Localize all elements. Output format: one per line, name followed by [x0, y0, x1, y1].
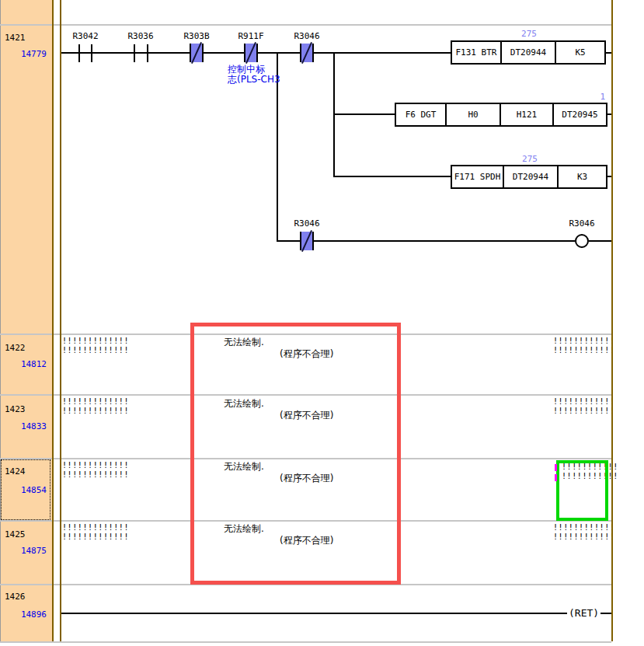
function-block-F171[interactable]: F171 SPDH DT20944 K3 — [451, 165, 607, 189]
exclamation-marks: !!!!!!!!!!!! !!!!!!!!!!!! — [553, 523, 614, 542]
execution-count-badge: 1 — [557, 92, 605, 102]
block-cell[interactable]: F6 DGT — [396, 104, 447, 125]
block-cell[interactable]: H0 — [447, 104, 501, 125]
step-number-14896: 14896 — [0, 609, 47, 620]
ret-coil[interactable]: (RET) — [567, 607, 600, 619]
error-annotation-box — [190, 323, 401, 585]
contact-bar — [91, 44, 92, 62]
wire — [606, 52, 611, 54]
nc-slash-icon — [191, 42, 202, 64]
nc-contact-R3046[interactable] — [300, 44, 314, 62]
block-cell[interactable]: K5 — [556, 42, 604, 63]
nc-contact-R303B[interactable] — [190, 44, 204, 62]
selected-rung-outline — [1, 459, 50, 520]
execution-count-badge: 275 — [503, 154, 557, 164]
comment-line2: 志(PLS-CH3 — [228, 74, 280, 85]
nc-slash-icon — [245, 42, 256, 64]
exclamation-marks: !!!!!!!!!!!!! !!!!!!!!!!!!! — [62, 397, 129, 416]
right-power-rail — [611, 0, 613, 641]
comment-line1: 控制中标 — [228, 64, 265, 75]
nc-slash-icon — [301, 230, 312, 252]
block-cell[interactable]: DT20944 — [504, 166, 559, 187]
cursor-tick — [555, 464, 557, 471]
contact-label: R3042 — [64, 31, 107, 41]
wire — [277, 240, 575, 242]
function-block-F131[interactable]: F131 BTR DT20944 K5 — [451, 40, 606, 65]
step-number-14779: 14779 — [0, 49, 47, 59]
block-cell[interactable]: DT20944 — [502, 42, 556, 63]
exclamation-marks: !!!!!!!!!!!!! !!!!!!!!!!!!! — [62, 337, 129, 355]
exclamation-marks: !!!!!!!!!!!! !!!!!!!!!!!! — [553, 397, 614, 416]
nc-contact-R911F[interactable] — [244, 44, 258, 62]
execution-count-badge: 275 — [502, 29, 556, 39]
rung-number-1423[interactable]: 1423 — [5, 404, 26, 414]
step-number-14875: 14875 — [0, 546, 47, 556]
sidebar-border-rail — [52, 0, 54, 641]
wire — [334, 176, 451, 177]
step-number-14812: 14812 — [0, 359, 47, 369]
block-cell[interactable]: DT20945 — [554, 104, 606, 125]
nc-slash-icon — [301, 42, 312, 64]
rung-number-1425[interactable]: 1425 — [5, 529, 26, 539]
contact-label: R3036 — [119, 31, 162, 41]
step-number-14833: 14833 — [0, 421, 47, 431]
block-cell[interactable]: F131 BTR — [452, 42, 502, 63]
rung-number-1422[interactable]: 1422 — [5, 343, 26, 353]
block-cell[interactable]: K3 — [559, 166, 606, 187]
contact-bar — [147, 44, 148, 62]
rung-number-1421[interactable]: 1421 — [5, 33, 26, 43]
block-cell[interactable]: H121 — [501, 104, 554, 125]
cursor-tick — [555, 474, 557, 481]
contact-label: R3046 — [285, 31, 329, 41]
contact-label: R911F — [229, 31, 273, 41]
wire — [334, 113, 395, 115]
contact-label: R3046 — [285, 218, 329, 229]
wire — [589, 240, 611, 242]
exclamation-marks: !!!!!!!!!!!! !!!!!!!!!!!! — [553, 337, 614, 355]
nc-contact-R3046-branch[interactable] — [300, 232, 314, 250]
output-coil-R3046[interactable] — [575, 234, 589, 248]
contact-bar — [78, 44, 80, 62]
wire — [61, 613, 571, 614]
highlight-selection-box — [556, 460, 608, 521]
rung-number-1426[interactable]: 1426 — [5, 592, 26, 602]
contact-label: R303B — [175, 31, 218, 41]
contact-comment: 控制中标志(PLS-CH3 — [228, 65, 280, 85]
function-block-F6[interactable]: F6 DGT H0 H121 DT20945 — [395, 103, 607, 127]
row-separator — [0, 24, 611, 26]
exclamation-marks: !!!!!!!!!!!!! !!!!!!!!!!!!! — [62, 523, 129, 542]
left-power-rail — [60, 0, 61, 641]
block-cell[interactable]: F171 SPDH — [452, 166, 504, 187]
coil-label: R3046 — [560, 218, 604, 229]
contact-bar — [134, 44, 135, 62]
exclamation-marks: !!!!!!!!!!!!! !!!!!!!!!!!!! — [62, 461, 129, 480]
ladder-editor-canvas: 1421 14779 1422 14812 1423 14833 1424 14… — [0, 0, 644, 646]
row-separator — [0, 641, 611, 643]
